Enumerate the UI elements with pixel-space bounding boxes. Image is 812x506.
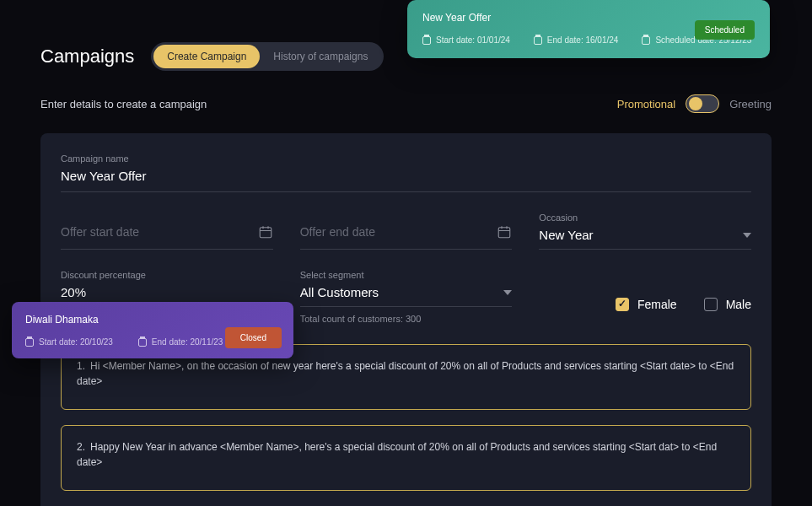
segment-field[interactable]: Select segment All Customers Total count… bbox=[300, 270, 513, 324]
page-title: Campaigns bbox=[40, 46, 134, 67]
toggle-switch[interactable] bbox=[686, 94, 719, 113]
female-label: Female bbox=[637, 298, 677, 311]
calendar-icon bbox=[258, 224, 273, 240]
toast-end-date: End date: 16/01/24 bbox=[534, 35, 619, 45]
end-date-placeholder: Offer end date bbox=[300, 225, 375, 239]
badge-scheduled: Scheduled bbox=[695, 20, 755, 40]
occasion-field[interactable]: Occasion New Year bbox=[539, 213, 751, 250]
toast-end-date: End date: 20/11/23 bbox=[138, 337, 223, 347]
occasion-label: Occasion bbox=[539, 213, 751, 223]
svg-rect-0 bbox=[260, 227, 272, 237]
tab-group: Create Campaign History of campaigns bbox=[151, 42, 384, 71]
calendar-icon bbox=[642, 36, 650, 45]
calendar-icon bbox=[138, 338, 147, 347]
gender-group: Female Male bbox=[539, 270, 751, 324]
segment-value: All Customers bbox=[300, 285, 379, 299]
male-label: Male bbox=[726, 298, 751, 311]
calendar-icon bbox=[25, 338, 34, 347]
campaign-name-value: New Year Offer bbox=[61, 169, 751, 191]
toast-scheduled: New Year Offer Start date: 01/01/24 End … bbox=[407, 0, 770, 58]
tab-create-campaign[interactable]: Create Campaign bbox=[153, 45, 260, 68]
checkbox-female[interactable] bbox=[616, 298, 629, 311]
subheader-hint: Enter details to create a campaign bbox=[40, 98, 207, 110]
checkbox-male[interactable] bbox=[704, 298, 718, 311]
chevron-down-icon bbox=[503, 290, 512, 295]
occasion-value: New Year bbox=[539, 228, 593, 242]
calendar-icon bbox=[534, 36, 542, 45]
template-num: 2. bbox=[77, 441, 85, 453]
toggle-group: Promotional Greeting bbox=[617, 94, 772, 113]
campaign-name-label: Campaign name bbox=[61, 153, 751, 164]
end-date-field[interactable]: Offer end date bbox=[300, 213, 513, 250]
start-date-field[interactable]: Offer start date bbox=[61, 213, 273, 250]
template-text: Hi <Member Name>, on the occasion of new… bbox=[77, 360, 734, 387]
chevron-down-icon bbox=[743, 233, 751, 238]
message-template-2[interactable]: 2.Happy New Year in advance <Member Name… bbox=[61, 425, 751, 491]
toast-closed: Diwali Dhamaka Start date: 20/10/23 End … bbox=[12, 302, 293, 358]
toggle-promotional-label: Promotional bbox=[617, 98, 675, 110]
campaign-name-field[interactable]: Campaign name New Year Offer bbox=[61, 153, 751, 192]
calendar-icon bbox=[422, 36, 431, 45]
customer-count: Total count of customers: 300 bbox=[300, 314, 513, 324]
toast-title: Diwali Dhamaka bbox=[25, 314, 280, 326]
toggle-knob bbox=[689, 97, 702, 110]
segment-label: Select segment bbox=[300, 270, 513, 280]
calendar-icon bbox=[497, 224, 512, 240]
svg-rect-1 bbox=[499, 227, 511, 237]
toast-start-date: Start date: 01/01/24 bbox=[422, 35, 510, 45]
start-date-placeholder: Offer start date bbox=[61, 225, 139, 239]
toggle-greeting-label: Greeting bbox=[729, 98, 772, 110]
gender-female[interactable]: Female bbox=[616, 298, 677, 311]
template-text: Happy New Year in advance <Member Name>,… bbox=[77, 441, 717, 468]
badge-closed: Closed bbox=[225, 327, 282, 348]
tab-history[interactable]: History of campaigns bbox=[260, 45, 381, 68]
template-num: 1. bbox=[77, 360, 85, 372]
gender-male[interactable]: Male bbox=[704, 298, 751, 311]
toast-start-date: Start date: 20/10/23 bbox=[25, 337, 113, 347]
discount-label: Discount percentage bbox=[61, 270, 273, 280]
